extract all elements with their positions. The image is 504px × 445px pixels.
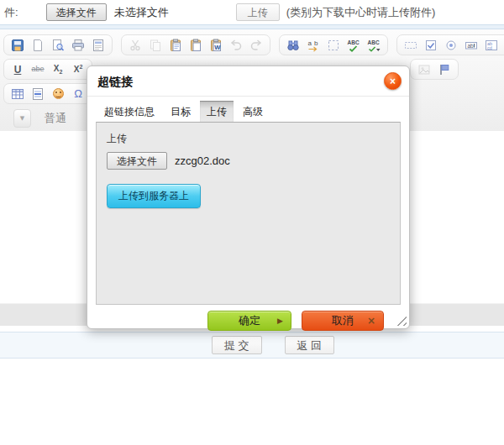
attachment-label: 件:	[4, 5, 18, 20]
hyperlink-dialog: 超链接 × 超链接信息 目标 上传 高级 上传 选择文件 zzcg02.doc …	[87, 65, 410, 329]
strikethrough-icon[interactable]: abe	[31, 63, 45, 76]
cut-icon[interactable]	[129, 39, 142, 52]
svg-text:ab: ab	[468, 42, 475, 48]
templates-icon[interactable]	[92, 39, 105, 52]
no-file-selected-text: 未选择文件	[114, 5, 169, 20]
dialog-footer: 确定▶ 取消×	[87, 305, 409, 336]
toolbar-group	[410, 59, 459, 80]
ok-arrow-icon: ▶	[277, 317, 283, 325]
subscript-icon[interactable]: X2	[51, 63, 65, 76]
style-combo-button[interactable]: ▼	[13, 109, 31, 128]
undo-icon[interactable]	[229, 39, 243, 52]
spell-check-menu-icon[interactable]: ABC	[367, 39, 381, 52]
close-icon[interactable]: ×	[384, 72, 402, 90]
paste-from-word-icon[interactable]: W	[209, 39, 223, 52]
new-page-icon[interactable]	[31, 39, 45, 52]
hidden-field-icon[interactable]	[404, 39, 417, 52]
selected-file-name: zzcg02.doc	[175, 154, 230, 167]
tab-upload[interactable]: 上传	[200, 101, 234, 122]
select-all-icon[interactable]	[327, 39, 340, 52]
horizontal-rule-icon[interactable]	[31, 87, 45, 101]
upload-panel: 上传 选择文件 zzcg02.doc 上传到服务器上	[96, 122, 401, 305]
choose-file-button[interactable]: 选择文件	[46, 3, 107, 21]
superscript-icon[interactable]: X2	[71, 63, 85, 76]
dialog-choose-file-button[interactable]: 选择文件	[107, 152, 167, 170]
chevron-down-icon: ▼	[20, 115, 24, 122]
ok-button[interactable]: 确定▶	[207, 311, 291, 331]
upload-section-label: 上传	[107, 132, 390, 146]
spell-check-icon[interactable]: ABC	[347, 39, 360, 52]
paste-icon[interactable]	[169, 39, 182, 52]
ok-button-label: 确定	[239, 314, 260, 327]
toolbar-group: ababcd	[396, 34, 504, 55]
redo-icon[interactable]	[249, 39, 263, 52]
find-icon[interactable]	[286, 39, 300, 52]
svg-text:cd: cd	[487, 45, 492, 50]
upload-hint-text: (类别为下载中心时请上传附件)	[286, 5, 436, 20]
upload-to-server-button[interactable]: 上传到服务器上	[107, 184, 201, 208]
dialog-header: 超链接 ×	[87, 66, 409, 97]
tab-target[interactable]: 目标	[164, 101, 197, 122]
page: 件: 选择文件 未选择文件 上传 (类别为下载中心时请上传附件) WabABCA…	[0, 0, 504, 359]
toolbar-group: W	[121, 34, 270, 55]
svg-text:W: W	[214, 43, 221, 50]
flag-icon[interactable]	[438, 63, 451, 76]
checkbox-icon[interactable]	[424, 39, 438, 52]
cancel-button-label: 取消	[332, 314, 354, 327]
copy-icon[interactable]	[149, 39, 162, 52]
print-icon[interactable]	[71, 39, 85, 52]
image-icon[interactable]	[417, 63, 431, 76]
svg-text:ABC: ABC	[348, 39, 360, 45]
special-char-icon[interactable]: Ω	[71, 87, 85, 101]
back-button[interactable]: 返 回	[285, 336, 335, 354]
smiley-icon[interactable]	[51, 87, 65, 101]
svg-text:b: b	[314, 39, 318, 47]
submit-button[interactable]: 提 交	[212, 336, 262, 354]
text-field-icon[interactable]: ab	[465, 39, 478, 52]
toolbar-group: UabeX2X2	[3, 59, 92, 80]
dialog-tabs: 超链接信息 目标 上传 高级	[97, 101, 409, 122]
tab-link-info[interactable]: 超链接信息	[97, 101, 161, 122]
format-combo-value[interactable]: 普通	[45, 111, 66, 126]
radio-button-icon[interactable]	[444, 39, 458, 52]
toolbar-group: abABCABC	[279, 34, 388, 55]
toolbar-group	[3, 34, 113, 55]
toolbar-row-1: WabABCABCababcd	[3, 33, 501, 57]
textarea-icon[interactable]: abcd	[485, 39, 498, 52]
cancel-x-icon: ×	[367, 315, 375, 327]
file-row: 选择文件 zzcg02.doc	[107, 152, 390, 170]
replace-icon[interactable]: ab	[307, 39, 320, 52]
dialog-title: 超链接	[97, 75, 133, 88]
attachment-bar: 件: 选择文件 未选择文件 上传 (类别为下载中心时请上传附件)	[0, 0, 504, 24]
tab-advanced[interactable]: 高级	[236, 101, 270, 122]
preview-icon[interactable]	[51, 39, 65, 52]
upload-button[interactable]: 上传	[236, 3, 280, 21]
underline-icon[interactable]: U	[11, 63, 24, 76]
table-icon[interactable]	[11, 87, 24, 101]
cancel-button[interactable]: 取消×	[302, 311, 384, 331]
paste-plain-text-icon[interactable]	[189, 39, 202, 52]
save-icon[interactable]	[11, 39, 24, 52]
svg-text:a: a	[308, 39, 312, 47]
svg-text:ABC: ABC	[368, 39, 380, 45]
